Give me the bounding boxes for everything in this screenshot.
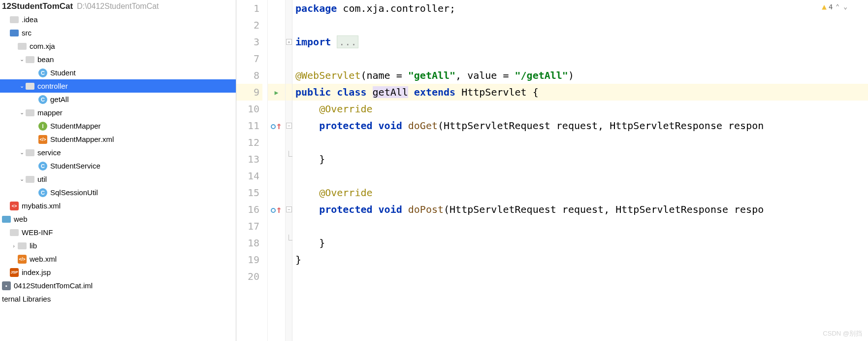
warning-count: 4 <box>829 3 833 11</box>
tree-label: ternal Libraries <box>2 295 51 303</box>
tree-node-iml[interactable]: ▪ 0412StudentTomCat.iml <box>0 279 236 292</box>
folder-icon <box>10 30 19 36</box>
tree-node-comxja[interactable]: com.xja <box>0 39 236 53</box>
chevron-right-icon[interactable]: › <box>10 242 18 250</box>
line-number[interactable]: 20 <box>236 268 262 285</box>
override-icon[interactable] <box>271 124 276 129</box>
line-number[interactable]: 13 <box>236 151 262 168</box>
line-number[interactable]: 10 <box>236 101 262 117</box>
fold-expand-icon[interactable]: + <box>286 39 292 45</box>
folder-icon <box>18 43 27 50</box>
tree-node-webinf[interactable]: WEB-INF <box>0 226 236 239</box>
code-line[interactable]: } <box>292 235 868 251</box>
code-area[interactable]: package com.xja.controller; import ... @… <box>292 0 868 341</box>
code-editor[interactable]: 1 2 3 7 8 9 10 11 12 13 14 15 16 17 18 1… <box>236 0 868 341</box>
tree-label: index.jsp <box>22 268 51 276</box>
tree-node-mapper[interactable]: ⌄ mapper <box>0 106 236 119</box>
project-root-row[interactable]: 12StudentTomCat D:\0412StudentTomCat <box>0 0 236 13</box>
tree-node-studentservice[interactable]: C StudentService <box>0 159 236 172</box>
code-line[interactable] <box>292 268 868 285</box>
code-line[interactable]: } <box>292 251 868 268</box>
tree-label: .idea <box>22 15 38 24</box>
tree-node-getall[interactable]: C getAll <box>0 93 236 106</box>
tree-node-webxml[interactable]: </> web.xml <box>0 252 236 266</box>
interface-icon: I <box>38 122 47 131</box>
tree-node-external[interactable]: ternal Libraries <box>0 292 236 306</box>
line-number[interactable]: 14 <box>236 168 262 184</box>
code-line[interactable]: @WebServlet(name = "getAll", value = "/g… <box>292 67 868 84</box>
code-line[interactable]: protected void doPost(HttpServletRequest… <box>292 201 868 218</box>
line-number[interactable]: 12 <box>236 134 262 151</box>
tree-node-controller[interactable]: ⌄ controller <box>0 79 236 93</box>
tree-node-mybatis[interactable]: <> mybatis.xml <box>0 199 236 212</box>
fold-collapse-icon[interactable]: − <box>286 206 292 212</box>
marks-gutter[interactable]: ▸ ↑ ↑ <box>268 0 286 341</box>
line-number[interactable]: 9 <box>236 84 262 101</box>
tree-node-util[interactable]: ⌄ util <box>0 172 236 186</box>
xml-icon: </> <box>38 135 47 144</box>
tree-node-service[interactable]: ⌄ service <box>0 146 236 159</box>
code-line[interactable]: } <box>292 151 868 168</box>
line-number[interactable]: 16 <box>236 201 262 218</box>
code-line[interactable]: @Override <box>292 184 868 201</box>
code-line[interactable]: import ... <box>292 34 868 50</box>
folder-icon <box>26 176 34 183</box>
folder-icon <box>26 149 34 156</box>
line-gutter[interactable]: 1 2 3 7 8 9 10 11 12 13 14 15 16 17 18 1… <box>236 0 268 341</box>
project-tree[interactable]: 12StudentTomCat D:\0412StudentTomCat .id… <box>0 0 236 341</box>
tree-node-lib[interactable]: › lib <box>0 239 236 252</box>
chevron-down-icon[interactable]: ⌄ <box>18 56 26 64</box>
line-number[interactable]: 15 <box>236 184 262 201</box>
tree-node-src[interactable]: src <box>0 26 236 39</box>
chevron-down-icon[interactable]: ⌄ <box>18 82 26 90</box>
tree-label: bean <box>37 55 54 64</box>
run-icon[interactable]: ▸ <box>273 86 279 98</box>
chevron-down-icon[interactable]: ⌄ <box>18 175 26 183</box>
code-line[interactable] <box>292 17 868 34</box>
override-icon[interactable] <box>271 208 276 213</box>
tree-node-studentmapperxml[interactable]: </> StudentMapper.xml <box>0 133 236 146</box>
inspection-status[interactable]: ▲ 4 ⌃ ⌄ <box>822 2 848 11</box>
tree-node-bean[interactable]: ⌄ bean <box>0 53 236 66</box>
tree-label: lib <box>30 241 37 250</box>
tree-label: StudentMapper.xml <box>50 135 114 143</box>
tree-label: web.xml <box>30 255 57 263</box>
code-line[interactable] <box>292 134 868 151</box>
tree-node-sqlsessionutil[interactable]: C SqlSessionUtil <box>0 186 236 199</box>
line-number[interactable]: 3 <box>236 34 262 50</box>
chevron-down-icon[interactable]: ⌄ <box>843 3 847 10</box>
folder-icon <box>26 109 34 116</box>
class-icon: C <box>38 162 47 170</box>
line-number[interactable]: 18 <box>236 235 262 251</box>
tree-node-indexjsp[interactable]: JSP index.jsp <box>0 266 236 279</box>
tree-label: mybatis.xml <box>22 202 61 210</box>
line-number[interactable]: 19 <box>236 251 262 268</box>
line-number[interactable]: 8 <box>236 67 262 84</box>
code-line[interactable] <box>292 218 868 235</box>
code-line[interactable]: @Override <box>292 101 868 117</box>
tree-label: SqlSessionUtil <box>50 188 98 197</box>
fold-gutter[interactable]: + − − <box>286 0 292 341</box>
up-arrow-icon: ↑ <box>276 204 282 215</box>
tree-label: web <box>14 215 28 223</box>
line-number[interactable]: 2 <box>236 17 262 34</box>
line-number[interactable]: 7 <box>236 50 262 67</box>
tree-node-web[interactable]: web <box>0 212 236 226</box>
chevron-down-icon[interactable]: ⌄ <box>18 109 26 117</box>
tree-node-student[interactable]: C Student <box>0 66 236 79</box>
code-line[interactable]: package com.xja.controller; <box>292 0 868 17</box>
line-number[interactable]: 11 <box>236 117 262 134</box>
tree-node-idea[interactable]: .idea <box>0 13 236 26</box>
chevron-down-icon[interactable]: ⌄ <box>18 149 26 157</box>
fold-collapse-icon[interactable]: − <box>286 123 292 129</box>
code-line[interactable] <box>292 168 868 184</box>
code-line[interactable] <box>292 50 868 67</box>
tree-node-studentmapper[interactable]: I StudentMapper <box>0 119 236 133</box>
watermark: CSDN @别挡 <box>823 329 862 338</box>
chevron-up-icon[interactable]: ⌃ <box>836 3 839 10</box>
line-number[interactable]: 17 <box>236 218 262 235</box>
code-line[interactable]: public class getAll extends HttpServlet … <box>292 84 868 101</box>
code-line[interactable]: protected void doGet(HttpServletRequest … <box>292 117 868 134</box>
line-number[interactable]: 1 <box>236 0 262 17</box>
folder-icon <box>18 242 27 249</box>
